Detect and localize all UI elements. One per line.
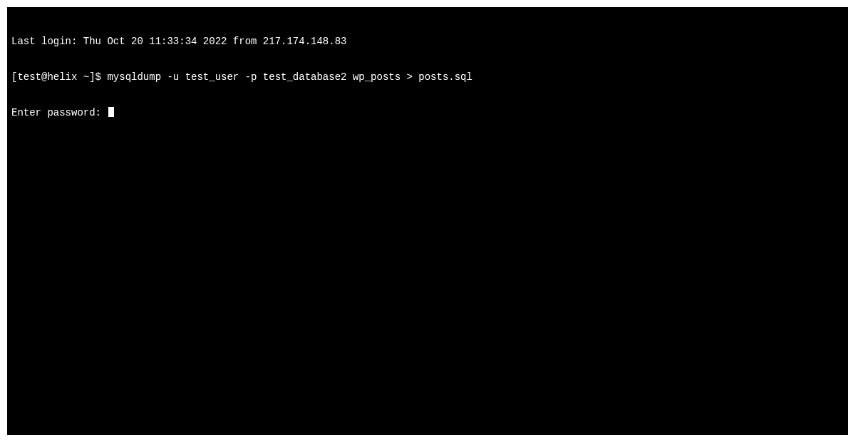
last-login-line: Last login: Thu Oct 20 11:33:34 2022 fro… <box>11 36 844 48</box>
command-line: [test@helix ~]$ mysqldump -u test_user -… <box>11 71 844 83</box>
command-text: mysqldump -u test_user -p test_database2… <box>107 71 472 83</box>
password-prompt-text: Enter password: <box>11 107 107 119</box>
password-prompt-line: Enter password: <box>11 107 844 119</box>
shell-prompt: [test@helix ~]$ <box>11 71 107 83</box>
cursor-icon <box>108 107 114 117</box>
terminal-window[interactable]: Last login: Thu Oct 20 11:33:34 2022 fro… <box>7 7 861 435</box>
